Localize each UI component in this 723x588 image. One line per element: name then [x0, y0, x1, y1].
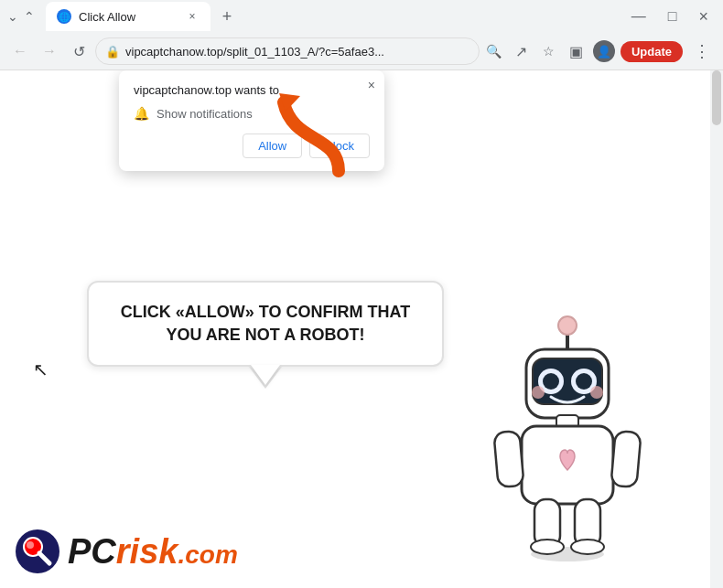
- notif-close-button[interactable]: ×: [368, 78, 375, 92]
- address-bar: ← → ↺ 🔒 vipcaptchanow.top/split_01_1103_…: [0, 33, 723, 69]
- tab-bar: ⌄ ⌃ 🌐 Click Allow × + — □ ×: [0, 0, 723, 33]
- svg-point-11: [532, 386, 545, 399]
- tab-favicon: 🌐: [57, 9, 71, 24]
- back-button[interactable]: ←: [7, 38, 33, 64]
- svg-point-4: [558, 316, 577, 335]
- profile-icon[interactable]: 👤: [593, 40, 615, 62]
- menu-button[interactable]: ⋮: [688, 37, 716, 65]
- bell-icon: 🔔: [134, 106, 149, 121]
- address-input[interactable]: 🔒 vipcaptchanow.top/split_01_1103_A/?c=5…: [95, 37, 480, 65]
- bookmark-icon[interactable]: ☆: [538, 40, 560, 62]
- chevron-down-icon[interactable]: ⌄: [7, 9, 18, 24]
- search-icon[interactable]: 🔍: [483, 40, 505, 62]
- lock-icon: 🔒: [105, 45, 120, 59]
- pcrisk-text: PCrisk.com: [68, 532, 238, 572]
- new-tab-button[interactable]: +: [214, 4, 240, 29]
- forward-button[interactable]: →: [37, 38, 62, 64]
- svg-rect-15: [493, 431, 523, 487]
- pcrisk-logo: PCrisk.com: [15, 529, 238, 574]
- com-text: .com: [178, 540, 237, 569]
- active-tab[interactable]: 🌐 Click Allow ×: [46, 2, 210, 31]
- risk-text: risk: [116, 532, 178, 571]
- bubble-text: CLICK «ALLOW» TO CONFIRM THAT YOU ARE NO…: [111, 301, 420, 347]
- window-controls: — □ ×: [624, 4, 716, 30]
- svg-point-9: [543, 373, 559, 390]
- arrow-indicator: [275, 89, 357, 184]
- share-icon[interactable]: ↗: [511, 40, 533, 62]
- svg-point-20: [571, 540, 604, 554]
- svg-rect-16: [610, 431, 641, 487]
- svg-point-19: [531, 540, 564, 554]
- tab-close-button[interactable]: ×: [185, 9, 200, 24]
- scrollbar[interactable]: [710, 70, 723, 588]
- browser-chrome: ⌄ ⌃ 🌐 Click Allow × + — □ × ← → ↺ 🔒 vipc…: [0, 0, 723, 70]
- notif-permission-text: Show notifications: [156, 107, 253, 121]
- pc-text: PC: [68, 532, 116, 571]
- svg-point-10: [576, 373, 592, 390]
- update-button[interactable]: Update: [620, 41, 683, 62]
- mouse-cursor: ↖: [33, 358, 49, 380]
- pcrisk-icon: [15, 529, 60, 574]
- robot-illustration: [467, 305, 668, 561]
- page-content: × vipcaptchanow.top wants to 🔔 Show noti…: [0, 70, 723, 588]
- scrollbar-thumb[interactable]: [712, 70, 721, 125]
- sidebar-icon[interactable]: ▣: [566, 40, 588, 62]
- reload-button[interactable]: ↺: [66, 38, 92, 64]
- close-window-button[interactable]: ×: [691, 4, 716, 30]
- url-text: vipcaptchanow.top/split_01_1103_A/?c=5af…: [125, 45, 469, 59]
- chevron-up-icon[interactable]: ⌃: [24, 9, 35, 24]
- maximize-button[interactable]: □: [661, 5, 685, 28]
- svg-point-12: [590, 386, 603, 399]
- minimize-button[interactable]: —: [624, 5, 653, 28]
- toolbar-icons: 🔍 ↗ ☆ ▣ 👤 Update ⋮: [483, 37, 716, 65]
- svg-point-23: [27, 541, 34, 549]
- speech-bubble: CLICK «ALLOW» TO CONFIRM THAT YOU ARE NO…: [87, 281, 444, 367]
- tab-title: Click Allow: [79, 10, 178, 24]
